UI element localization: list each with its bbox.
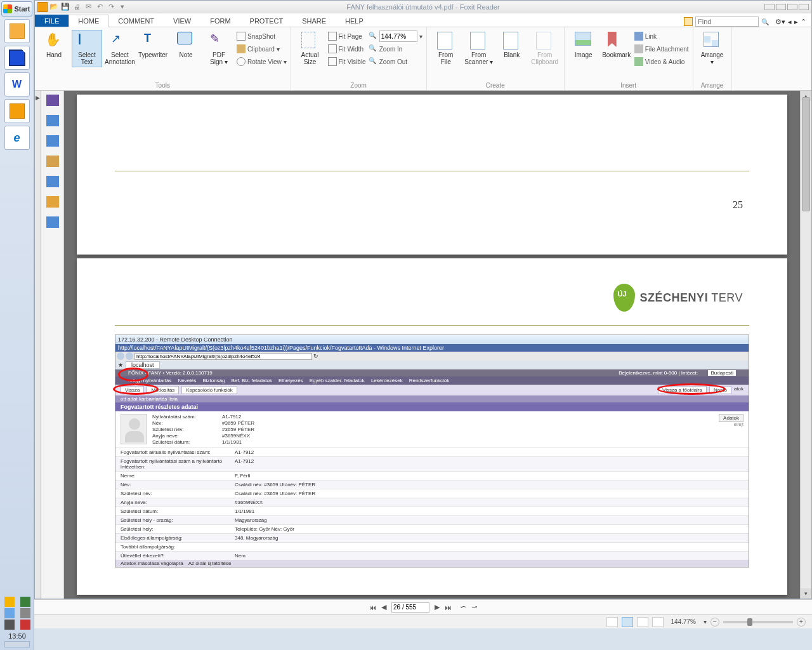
qat-save-icon[interactable]: 💾 xyxy=(60,2,70,12)
rotate-view-button[interactable]: Rotate View ▾ xyxy=(237,56,287,67)
from-scanner-button[interactable]: From Scanner ▾ xyxy=(464,30,494,67)
nav-item[interactable]: Rendszerfunkciók xyxy=(409,378,450,383)
nav-item[interactable]: Lekérdezések xyxy=(371,378,403,383)
qat-email-icon[interactable]: ✉ xyxy=(83,2,93,12)
show-desktop[interactable] xyxy=(4,641,30,647)
tray-icon[interactable] xyxy=(4,597,15,607)
taskbar-save-icon[interactable] xyxy=(4,46,30,70)
view-continuous-facing-icon[interactable] xyxy=(652,617,664,627)
video-audio-button[interactable]: Video & Audio xyxy=(634,56,689,67)
prev-page-icon[interactable]: ◀ xyxy=(381,603,386,611)
nav-item[interactable]: ...ügyi nyilvántartás xyxy=(128,378,171,383)
pdf-sign-button[interactable]: PDF Sign ▾ xyxy=(204,30,234,67)
ribbon-minimize-icon[interactable] xyxy=(764,4,775,10)
bookmark-button[interactable]: Bookmark xyxy=(601,30,632,60)
tray-icon[interactable] xyxy=(4,620,15,630)
find-search-icon[interactable] xyxy=(761,18,769,25)
attachments-panel-icon[interactable] xyxy=(46,176,59,187)
tab-protect[interactable]: PROTECT xyxy=(240,15,293,27)
tab-file[interactable]: FILE xyxy=(35,15,69,27)
tab-comment[interactable]: COMMENT xyxy=(108,15,164,27)
ribbon-collapse-icon[interactable]: ⌃ xyxy=(801,18,806,26)
next-page-icon[interactable]: ▶ xyxy=(435,603,440,611)
clipboard-button[interactable]: Clipboard ▾ xyxy=(237,43,287,55)
taskbar-foxit-icon[interactable] xyxy=(4,99,30,123)
tab-form[interactable]: FORM xyxy=(200,15,240,27)
qat-redo-icon[interactable]: ↷ xyxy=(106,2,116,12)
nav-next-view-icon[interactable]: ⤻ xyxy=(471,603,477,611)
institute-select[interactable]: Budapesti xyxy=(708,370,736,376)
find-mode-icon[interactable] xyxy=(684,17,693,26)
taskbar-outlook-icon[interactable] xyxy=(4,19,30,43)
zoom-in-button[interactable]: Zoom In xyxy=(369,43,422,55)
tab-view[interactable]: VIEW xyxy=(164,15,200,27)
window-minimize-icon[interactable] xyxy=(776,4,786,10)
fit-page-button[interactable]: Fit Page xyxy=(328,30,366,42)
ie-url-input[interactable] xyxy=(134,353,312,360)
zoom-out-icon[interactable]: − xyxy=(710,618,719,627)
related-functions-button[interactable]: Kapcsolódó funkciók xyxy=(181,386,237,394)
reload-page-link[interactable]: Az oldal újratöltése xyxy=(188,560,232,566)
blank-button[interactable]: Blank xyxy=(497,30,527,60)
find-input[interactable] xyxy=(695,17,759,27)
last-page-icon[interactable]: ⏭ xyxy=(445,604,452,611)
tab-share[interactable]: SHARE xyxy=(292,15,336,27)
bookmarks-panel-icon[interactable] xyxy=(46,95,59,106)
page-number-input[interactable] xyxy=(391,602,429,613)
tab-help[interactable]: HELP xyxy=(336,15,373,27)
view-facing-icon[interactable] xyxy=(637,617,648,627)
qat-app-icon[interactable] xyxy=(37,2,48,12)
ie-back-icon[interactable] xyxy=(117,352,124,360)
vertical-scrollbar[interactable]: ▴ ▾ xyxy=(800,91,811,599)
nav-item[interactable]: Egyéb szakter. feladatok xyxy=(310,378,365,383)
ie-forward-icon[interactable] xyxy=(126,352,133,360)
taskbar-word-icon[interactable] xyxy=(4,72,30,96)
nav-next-icon[interactable]: ▸ xyxy=(794,18,798,26)
nav-item[interactable]: Biztonság xyxy=(202,378,225,383)
actual-size-button[interactable]: Actual Size xyxy=(295,30,325,67)
zoom-out-button[interactable]: Zoom Out xyxy=(369,56,422,67)
qat-dropdown-icon[interactable]: ▾ xyxy=(117,2,128,12)
zoom-magnifier-icon[interactable] xyxy=(369,32,377,41)
zoom-in-icon[interactable]: + xyxy=(797,618,806,627)
zoom-slider[interactable] xyxy=(723,621,793,623)
tab-home[interactable]: HOME xyxy=(69,15,108,27)
qat-undo-icon[interactable]: ↶ xyxy=(95,2,105,12)
adatok-hide-link[interactable]: elrejt xyxy=(719,422,743,427)
view-continuous-icon[interactable] xyxy=(622,617,633,627)
fit-visible-button[interactable]: Fit Visible xyxy=(328,56,366,67)
select-annotation-button[interactable]: Select Annotation xyxy=(105,30,135,67)
log-button[interactable]: Napló xyxy=(709,386,731,394)
layers-panel-icon[interactable] xyxy=(46,135,59,147)
side-panel-expand-handle[interactable] xyxy=(35,91,41,599)
link-button[interactable]: Link xyxy=(634,30,689,42)
scroll-down-icon[interactable]: ▾ xyxy=(801,588,811,599)
image-button[interactable]: Image xyxy=(568,30,599,60)
modify-button[interactable]: Módosítás xyxy=(147,386,179,394)
scroll-thumb[interactable] xyxy=(802,97,810,211)
copy-to-clipboard-link[interactable]: Adatok másolása vágólapra xyxy=(121,560,183,566)
arrange-button[interactable]: Arrange ▾ xyxy=(697,30,728,67)
hand-tool-button[interactable]: Hand xyxy=(39,30,69,60)
settings-gear-icon[interactable]: ⚙▾ xyxy=(775,18,785,26)
nav-item[interactable]: Elhelyezés xyxy=(278,378,303,383)
taskbar-ie-icon[interactable] xyxy=(4,126,30,150)
ie-tab[interactable]: localhost xyxy=(126,361,160,369)
adatok-button[interactable]: Adatok xyxy=(719,414,743,422)
back-to-main-button[interactable]: Vissza a főoldalra xyxy=(658,386,707,394)
file-attachment-button[interactable]: File Attachment xyxy=(634,43,689,55)
zoom-dropdown-icon[interactable]: ▾ xyxy=(419,33,422,40)
nav-item[interactable]: Bef. Biz. feladatok xyxy=(232,378,272,383)
qat-print-icon[interactable]: 🖨 xyxy=(72,2,82,12)
qat-open-icon[interactable]: 📂 xyxy=(49,2,59,12)
start-button[interactable]: Start xyxy=(1,1,32,17)
first-page-icon[interactable]: ⏮ xyxy=(369,604,376,611)
tray-printer-icon[interactable] xyxy=(20,608,30,618)
ie-refresh-icon[interactable]: ↻ xyxy=(313,353,318,359)
note-button[interactable]: Note xyxy=(171,30,201,60)
comments-panel-icon[interactable] xyxy=(46,156,59,167)
typewriter-button[interactable]: Typewriter xyxy=(138,30,168,60)
nav-prev-view-icon[interactable]: ⤺ xyxy=(461,603,466,611)
view-single-icon[interactable] xyxy=(606,617,618,627)
zoom-value-input[interactable] xyxy=(379,30,417,42)
